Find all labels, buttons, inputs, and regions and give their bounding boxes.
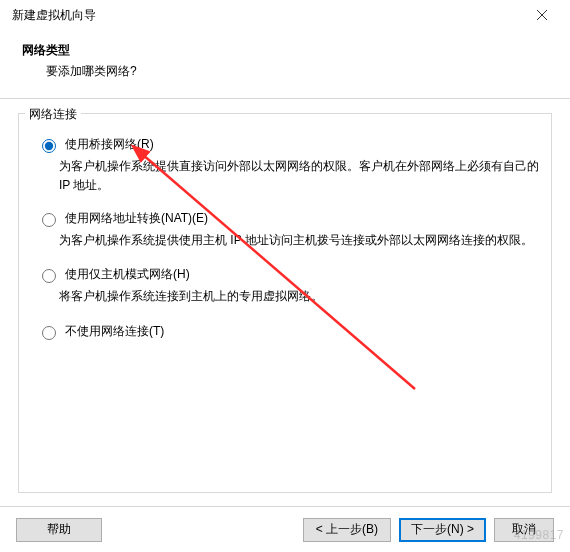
desc-hostonly: 将客户机操作系统连接到主机上的专用虚拟网络。 bbox=[59, 287, 539, 306]
window-title: 新建虚拟机向导 bbox=[12, 7, 522, 24]
label-bridged[interactable]: 使用桥接网络(R) bbox=[65, 136, 154, 153]
titlebar: 新建虚拟机向导 bbox=[0, 0, 570, 30]
label-none[interactable]: 不使用网络连接(T) bbox=[65, 323, 164, 340]
desc-bridged: 为客户机操作系统提供直接访问外部以太网网络的权限。客户机在外部网络上必须有自己的… bbox=[59, 157, 539, 194]
wizard-header: 网络类型 要添加哪类网络? bbox=[0, 30, 570, 99]
close-icon bbox=[537, 10, 547, 20]
radio-nat[interactable] bbox=[42, 213, 56, 227]
next-button[interactable]: 下一步(N) > bbox=[399, 518, 486, 542]
option-bridged: 使用桥接网络(R) 为客户机操作系统提供直接访问外部以太网网络的权限。客户机在外… bbox=[37, 136, 539, 194]
option-hostonly: 使用仅主机模式网络(H) 将客户机操作系统连接到主机上的专用虚拟网络。 bbox=[37, 266, 539, 306]
help-button[interactable]: 帮助 bbox=[16, 518, 102, 542]
page-title: 网络类型 bbox=[22, 42, 548, 59]
back-button[interactable]: < 上一步(B) bbox=[303, 518, 391, 542]
radio-hostonly[interactable] bbox=[42, 269, 56, 283]
label-hostonly[interactable]: 使用仅主机模式网络(H) bbox=[65, 266, 190, 283]
group-legend: 网络连接 bbox=[25, 106, 81, 123]
network-connection-group: 网络连接 使用桥接网络(R) 为客户机操作系统提供直接访问外部以太网网络的权限。… bbox=[18, 113, 552, 493]
desc-nat: 为客户机操作系统提供使用主机 IP 地址访问主机拨号连接或外部以太网网络连接的权… bbox=[59, 231, 539, 250]
close-button[interactable] bbox=[522, 1, 562, 29]
cancel-button[interactable]: 取消 bbox=[494, 518, 554, 542]
footer-buttons: 帮助 < 上一步(B) 下一步(N) > 取消 bbox=[0, 506, 570, 552]
label-nat[interactable]: 使用网络地址转换(NAT)(E) bbox=[65, 210, 208, 227]
page-subtitle: 要添加哪类网络? bbox=[22, 59, 548, 90]
option-none: 不使用网络连接(T) bbox=[37, 323, 539, 340]
option-nat: 使用网络地址转换(NAT)(E) 为客户机操作系统提供使用主机 IP 地址访问主… bbox=[37, 210, 539, 250]
radio-none[interactable] bbox=[42, 326, 56, 340]
radio-bridged[interactable] bbox=[42, 139, 56, 153]
content-area: 网络连接 使用桥接网络(R) 为客户机操作系统提供直接访问外部以太网网络的权限。… bbox=[0, 99, 570, 493]
